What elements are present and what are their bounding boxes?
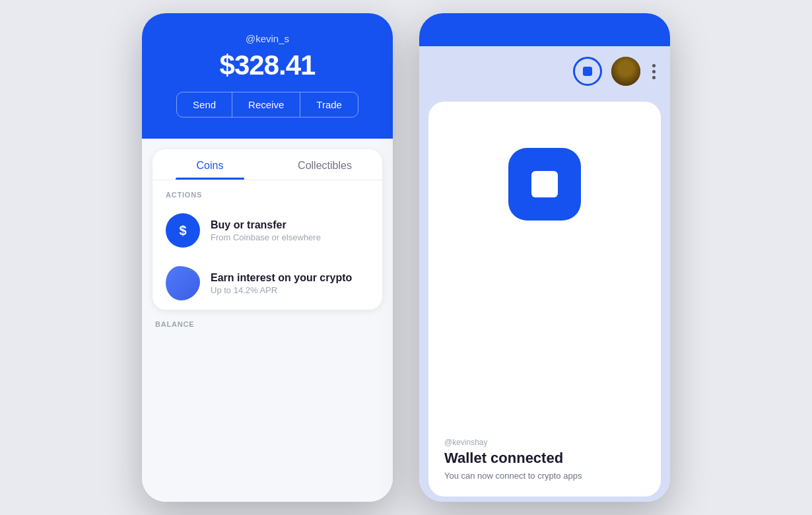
wallet-connected-title: Wallet connected xyxy=(444,450,645,467)
buy-transfer-text: Buy or transfer From Coinbase or elsewhe… xyxy=(211,219,321,242)
earn-interest-subtitle: Up to 14.2% APR xyxy=(211,285,352,295)
actions-section-label: ACTIONS xyxy=(152,180,382,204)
wallet-card: @kevinshay Wallet connected You can now … xyxy=(428,102,661,497)
wallet-info: @kevinshay Wallet connected You can now … xyxy=(442,438,648,481)
phone-left: @kevin_s $328.41 Send Receive Trade Coin… xyxy=(142,13,393,502)
earn-interest-title: Earn interest on your crypto xyxy=(211,272,352,284)
dot-2 xyxy=(652,70,656,73)
earn-interest-item[interactable]: Earn interest on your crypto Up to 14.2%… xyxy=(152,257,382,310)
tabs-row: Coins Collectibles xyxy=(152,149,382,180)
coinbase-logo-big xyxy=(508,148,581,221)
action-buttons-row: Send Receive Trade xyxy=(176,92,358,118)
record-button[interactable] xyxy=(573,57,602,86)
earn-interest-text: Earn interest on your crypto Up to 14.2%… xyxy=(211,272,352,295)
balance-display: $328.41 xyxy=(220,50,316,81)
coinbase-logo-inner xyxy=(531,171,558,197)
phone-body: Coins Collectibles ACTIONS $ Buy or tran… xyxy=(142,139,393,502)
receive-button[interactable]: Receive xyxy=(232,92,300,117)
dollar-icon: $ xyxy=(166,213,200,248)
blob-icon xyxy=(166,266,200,300)
phone-right: @kevinshay Wallet connected You can now … xyxy=(419,13,670,502)
tab-collectibles[interactable]: Collectibles xyxy=(267,149,382,180)
send-button[interactable]: Send xyxy=(177,92,232,117)
right-toolbar xyxy=(419,46,670,96)
dot-1 xyxy=(652,64,656,67)
buy-transfer-item[interactable]: $ Buy or transfer From Coinbase or elsew… xyxy=(152,204,382,257)
avatar-face xyxy=(611,57,640,86)
username-label: @kevin_s xyxy=(246,33,289,44)
dollar-symbol: $ xyxy=(179,223,186,238)
app-container: @kevin_s $328.41 Send Receive Trade Coin… xyxy=(129,0,683,515)
tabs-card: Coins Collectibles ACTIONS $ Buy or tran… xyxy=(152,149,382,310)
trade-button[interactable]: Trade xyxy=(300,92,358,117)
wallet-connected-sub: You can now connect to crypto apps xyxy=(444,471,645,481)
more-options-button[interactable] xyxy=(650,61,658,82)
header-blue: @kevin_s $328.41 Send Receive Trade xyxy=(142,13,393,139)
wallet-username: @kevinshay xyxy=(444,438,645,447)
balance-section-label: BALANCE xyxy=(142,310,393,333)
dot-3 xyxy=(652,76,656,79)
right-body: @kevinshay Wallet connected You can now … xyxy=(419,46,670,502)
avatar[interactable] xyxy=(611,57,640,86)
right-top-bar xyxy=(419,13,670,46)
tab-coins[interactable]: Coins xyxy=(152,149,267,180)
buy-transfer-title: Buy or transfer xyxy=(211,219,321,231)
buy-transfer-subtitle: From Coinbase or elsewhere xyxy=(211,232,321,242)
record-inner-icon xyxy=(583,67,592,76)
